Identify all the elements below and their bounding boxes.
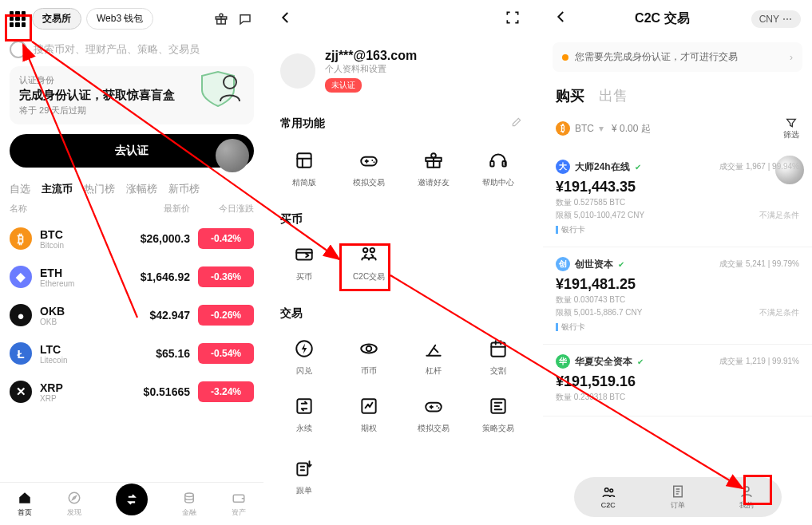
coin-fullname: Ethereum [40,279,122,288]
back-icon[interactable] [279,10,298,29]
func-label: 交割 [490,365,506,377]
chat-icon[interactable] [236,10,254,28]
floating-orb-icon[interactable] [775,156,804,184]
c2c-nav-orders[interactable]: 订单 [671,484,685,511]
price-from: ¥ 0.00 起 [612,122,651,136]
trade-期权[interactable]: 期权 [337,388,402,440]
pay-method: 银行卡 [561,322,585,333]
trade-交割[interactable]: 交割 [465,330,530,383]
svg-rect-18 [491,342,505,356]
phone-screen-c2c: C2C 交易 CNY ⋯ 您需要先完成身份认证，才可进行交易 › 购买 出售 ₿… [543,0,812,525]
coin-row-LTC[interactable]: ŁLTCLitecoin$65.16-0.54% [0,334,263,373]
svg-point-16 [366,346,372,352]
tab-sell[interactable]: 出售 [599,86,628,105]
market-tab-自选[interactable]: 自选 [10,182,30,196]
coin-change: -0.26% [198,305,254,326]
trade-闪兑[interactable]: 闪兑 [272,330,337,383]
coin-change: -0.54% [198,343,254,364]
common-精简版[interactable]: 精简版 [272,142,337,195]
tab-buy[interactable]: 购买 [556,86,584,105]
trade-模拟交易[interactable]: 模拟交易 [402,388,466,440]
common-邀请好友[interactable]: 邀请好友 [402,142,466,195]
nav-home[interactable]: 首页 [17,490,33,518]
coin-row-OKB[interactable]: ●OKBOKB$42.947-0.26% [0,296,263,334]
coin-row-ETH[interactable]: ◆ETHEthereum$1,646.92-0.36% [0,258,263,296]
phone-screen-home: 交易所Web3 钱包 搜索币对、理财产品、策略、交易员 认证身份 完成身份认证，… [0,0,263,525]
warning-dot-icon [562,54,568,61]
merchant-card[interactable]: 大大师24h在线✔成交量 1,967 | 99.94%¥191,443.35数量… [543,150,812,247]
buy-sell-tabs: 购买 出售 [543,77,812,112]
avatar [280,53,315,89]
lever-icon [422,337,446,361]
kyc-notice-bar[interactable]: 您需要先完成身份认证，才可进行交易 › [553,42,802,72]
scan-icon[interactable] [505,10,524,30]
section-buy-coin: 买币 [267,199,535,231]
coin-symbol: OKB [40,305,122,318]
header-pill-交易所[interactable]: 交易所 [32,8,81,30]
merchant-avatar: 创 [556,257,570,271]
trade-策略交易[interactable]: 策略交易 [465,388,530,440]
edit-icon[interactable] [511,116,522,131]
buy-买币[interactable]: 买币 [272,236,337,289]
currency-chip[interactable]: CNY ⋯ [751,10,801,28]
dots-icon: ⋯ [782,14,793,25]
gift-icon[interactable] [212,10,230,28]
col-change: 今日涨跌 [198,203,254,215]
coin-symbol: XRP [40,381,122,394]
func-label: 买币 [296,271,312,282]
c2c-nav-c2c[interactable]: C2C [601,485,616,509]
trade-币币[interactable]: 币币 [337,330,402,383]
nav-assets[interactable]: 资产 [231,490,247,518]
coin-fullname: OKB [40,318,122,326]
svg-rect-23 [298,464,308,476]
merchant-card[interactable]: 华华夏安全资本✔成交量 1,219 | 99.91%¥191,519.16数量 … [543,345,812,416]
wallet-icon [231,490,247,506]
market-tab-主流币[interactable]: 主流币 [42,182,73,196]
coin-row-XRP[interactable]: ✕XRPXRP$0.51665-3.24% [0,373,263,411]
nav-finance[interactable]: 金融 [181,490,197,518]
back-icon[interactable] [554,10,573,28]
common-帮助中心[interactable]: 帮助中心 [465,142,530,195]
merchant-stats: 成交量 1,219 | 99.91% [719,356,799,367]
nav-trade-fab[interactable] [116,484,148,515]
func-label: 跟单 [296,485,312,496]
func-label: 期权 [361,423,377,434]
verified-icon: ✔ [637,357,644,366]
market-tab-涨幅榜[interactable]: 涨幅榜 [126,182,157,196]
annotation-box-mine-nav [743,475,772,505]
pay-method: 银行卡 [561,224,585,235]
trade-跟单[interactable]: 跟单 [272,450,337,503]
go-verify-button[interactable]: 去认证 [10,134,254,168]
nav-discover[interactable]: 发现 [66,490,82,518]
market-cols-header: 名称 最新价 今日涨跌 [0,198,263,219]
coin-icon: ✕ [10,381,32,403]
coin-change: -0.36% [198,266,254,287]
search-icon [10,41,27,58]
home-icon [17,490,33,506]
pay-method-indicator [556,323,558,331]
coin-row-BTC[interactable]: ₿BTCBitcoin$26,000.3-0.42% [0,219,263,258]
market-tab-热门榜[interactable]: 热门榜 [84,182,115,196]
filter-button[interactable]: 筛选 [783,116,799,140]
search-placeholder: 搜索币对、理财产品、策略、交易员 [34,42,200,57]
coin-icon: ◆ [10,266,32,288]
merchant-card[interactable]: 创创世资本✔成交量 5,241 | 99.79%¥191,481.25数量 0.… [543,247,812,345]
market-tabs: 自选主流币热门榜涨幅榜新币榜 [0,176,263,198]
funnel-icon [785,116,798,129]
repeat-box-icon [292,394,316,418]
coin-price: $42.947 [122,309,190,322]
col-name: 名称 [10,203,108,215]
coin-price: $0.51665 [122,385,190,398]
trade-永续[interactable]: 永续 [272,388,337,440]
coin-icon: ₿ [10,227,32,250]
trade-杠杆[interactable]: 杠杆 [402,330,466,383]
common-模拟交易[interactable]: 模拟交易 [337,142,402,195]
header-pill-Web3 钱包[interactable]: Web3 钱包 [86,8,153,30]
search-bar[interactable]: 搜索币对、理财产品、策略、交易员 [0,38,263,66]
identity-verify-card[interactable]: 认证身份 完成身份认证，获取惊喜盲盒 将于 29 天后过期 [10,66,254,124]
asset-chip[interactable]: ₿ BTC ▾ [556,121,604,136]
market-tab-新币榜[interactable]: 新币榜 [168,182,200,196]
profile-row[interactable]: zjj***@163.com 个人资料和设置 未认证 [267,39,535,102]
merchant-price: ¥191,481.25 [556,276,799,293]
merchant-tag: 不满足条件 [759,210,799,221]
